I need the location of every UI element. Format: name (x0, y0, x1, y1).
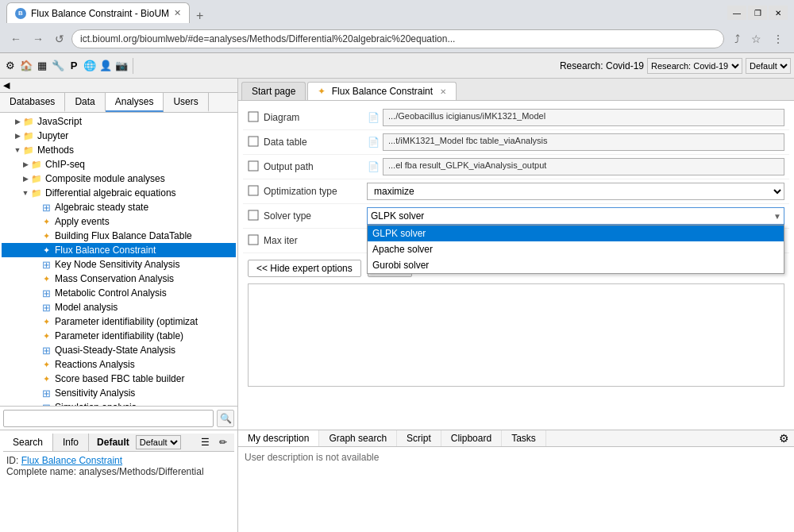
toolbar-icon-person[interactable]: 👤 (98, 59, 113, 73)
tree-label-scorebased: Score based FBC table builder (55, 373, 184, 384)
tree-item-modelanalysis[interactable]: ▶ ⊞ Model analysis (2, 300, 236, 314)
research-select[interactable]: Research: Covid-19 (647, 58, 742, 74)
bottom-section: Search Info Default Default ☰ ✏ ID: Flux… (0, 430, 794, 532)
default-select[interactable]: Default (746, 58, 791, 74)
tab-users[interactable]: Users (164, 93, 208, 112)
br-tab-graphsearch[interactable]: Graph search (319, 430, 397, 446)
tab-flux-balance[interactable]: ✦ Flux Balance Constraint ✕ (307, 82, 457, 100)
tree-item-scorebased[interactable]: ▶ ✦ Score based FBC table builder (2, 372, 236, 386)
tree-spacer-applyevents: ▶ (30, 218, 40, 226)
star-icon-massconserv: ✦ (40, 272, 52, 285)
row-icon-maxiter (248, 234, 260, 247)
form-input-datatable[interactable]: ...t/iMK1321_Model fbc table_viaAnalysis (383, 133, 784, 151)
hide-expert-options-button[interactable]: << Hide expert options (248, 260, 361, 277)
solver-option-gurobi[interactable]: Gurobi solver (368, 257, 784, 273)
address-bar[interactable] (71, 29, 724, 48)
close-button[interactable]: ✕ (769, 6, 788, 20)
left-panel: ◀ Databases Data Analyses Users ▶ 📁 Java… (0, 79, 238, 430)
tree-item-applyevents[interactable]: ▶ ✦ Apply events (2, 214, 236, 229)
right-panel: Start page ✦ Flux Balance Constraint ✕ D… (238, 79, 794, 430)
menu-button[interactable]: ⋮ (769, 31, 788, 47)
tab-flux-balance-label: Flux Balance Constraint (332, 86, 433, 97)
tab-info-button[interactable]: Info (53, 434, 89, 451)
bottom-tab-icons: ☰ ✏ (197, 434, 234, 450)
br-tab-script[interactable]: Script (397, 430, 441, 446)
row-icon-opttype (248, 185, 260, 198)
tree-item-buildingflux[interactable]: ▶ ✦ Building Flux Balance DataTable (2, 229, 236, 243)
tree-item-paramident-opt[interactable]: ▶ ✦ Parameter identifiability (optimizat (2, 314, 236, 329)
tree-toggle-composite[interactable]: ▶ (21, 175, 30, 183)
tree-toggle-chipseq[interactable]: ▶ (21, 160, 30, 168)
br-tab-tasks[interactable]: Tasks (502, 430, 546, 446)
tree-item-composite[interactable]: ▶ 📁 Composite module analyses (2, 172, 236, 186)
tree-item-diffaeq[interactable]: ▼ 📁 Differential algebraic equations (2, 186, 236, 200)
tree-toggle-methods[interactable]: ▼ (13, 146, 22, 154)
tree-item-reactions[interactable]: ▶ ✦ Reactions Analysis (2, 357, 236, 372)
tab-start-page[interactable]: Start page (241, 82, 306, 100)
tree-toggle-jupyter[interactable]: ▶ (13, 132, 22, 140)
tree-item-fluxbalance[interactable]: ▶ ✦ Flux Balance Constraint (2, 243, 236, 257)
tree-item-metabolic[interactable]: ▶ ⊞ Metabolic Control Analysis (2, 286, 236, 300)
form-label-outputpath: Output path (264, 161, 367, 172)
back-button[interactable]: ← (6, 31, 25, 47)
id-link[interactable]: Flux Balance Constraint (21, 455, 122, 466)
tab-data[interactable]: Data (65, 93, 105, 112)
toolbar-icon-camera[interactable]: 📷 (114, 59, 129, 73)
tree-item-sensitivity[interactable]: ▶ ⊞ Sensitivity Analysis (2, 386, 236, 400)
form-input-outputpath[interactable]: ...el fba result_GLPK_viaAnalysis_output (383, 158, 784, 175)
row-icon-datatable (248, 136, 260, 148)
optimization-type-select[interactable]: maximize minimize (367, 183, 784, 200)
tree-toggle-diffaeq[interactable]: ▼ (21, 189, 30, 197)
tree-toggle-javascript[interactable]: ▶ (13, 118, 22, 125)
bookmark-button[interactable]: ☆ (747, 31, 765, 47)
tree-item-algebraic[interactable]: ▶ ⊞ Algebraic steady state (2, 200, 236, 214)
default-dropdown[interactable]: Default (136, 435, 181, 449)
tree-item-paramident-tab[interactable]: ▶ ✦ Parameter identifiability (table) (2, 329, 236, 343)
tree-search-button[interactable]: 🔍 (217, 410, 234, 427)
tree-item-simulation[interactable]: ▶ ⊞ Simulation analysis (2, 400, 236, 406)
br-tab-mydescription[interactable]: My description (238, 430, 319, 446)
tree-item-keynode[interactable]: ▶ ⊞ Key Node Sensitivity Analysis (2, 257, 236, 272)
tab-close-flux[interactable]: ✕ (440, 87, 446, 96)
toolbar-icon-tools[interactable]: 🔧 (51, 59, 65, 73)
toolbar-icon-globe[interactable]: 🌐 (83, 59, 97, 73)
tab-analyses[interactable]: Analyses (106, 93, 164, 112)
reload-button[interactable]: ↺ (51, 31, 68, 47)
tree-item-methods[interactable]: ▼ 📁 Methods (2, 143, 236, 157)
solver-option-apache[interactable]: Apache solver (368, 241, 784, 257)
tab-close-button[interactable]: ✕ (174, 8, 181, 18)
maximize-button[interactable]: ❐ (748, 6, 767, 20)
active-tab[interactable]: B Flux Balance Constraint - BioUM ✕ (6, 2, 190, 23)
tree-item-quasisteady[interactable]: ▶ ⊞ Quasi-Steady-State Analysis (2, 343, 236, 357)
tree-item-massconserv[interactable]: ▶ ✦ Mass Conservation Analysis (2, 272, 236, 286)
tree-spacer-algebraic: ▶ (30, 203, 40, 211)
toolbar-icon-home[interactable]: 🏠 (19, 59, 33, 73)
tree-area[interactable]: ▶ 📁 JavaScript ▶ 📁 Jupyter ▼ 📁 Methods (0, 113, 237, 406)
solver-dropdown-container[interactable]: GLPK solver ▼ GLPK solver Apache solver … (367, 207, 784, 225)
bottom-icon-list[interactable]: ☰ (197, 434, 214, 450)
minimize-button[interactable]: — (727, 6, 746, 20)
settings-icon-button[interactable]: ⚙ (774, 430, 794, 446)
forward-button[interactable]: → (29, 31, 48, 47)
tab-search-button[interactable]: Search (3, 434, 53, 451)
tree-search-input[interactable] (3, 410, 214, 427)
solver-option-glpk[interactable]: GLPK solver (368, 226, 784, 241)
bottom-icon-edit[interactable]: ✏ (215, 434, 231, 450)
tree-label-diffaeq: Differential algebraic equations (45, 187, 176, 199)
tree-label-massconserv: Mass Conservation Analysis (55, 273, 174, 284)
file-icon-sensitivity: ⊞ (40, 387, 52, 399)
tree-item-javascript[interactable]: ▶ 📁 JavaScript (2, 114, 236, 129)
tree-item-jupyter[interactable]: ▶ 📁 Jupyter (2, 129, 236, 143)
form-input-diagram[interactable]: .../Geobacillus icigianus/iMK1321_Model (383, 109, 784, 126)
new-tab-button[interactable]: + (191, 9, 208, 23)
collapse-left-button[interactable]: ◀ (3, 80, 10, 91)
default-label: Default (92, 435, 134, 449)
tree-item-chipseq[interactable]: ▶ 📁 ChIP-seq (2, 157, 236, 172)
share-button[interactable]: ⤴ (730, 31, 744, 47)
tab-databases[interactable]: Databases (0, 93, 65, 112)
br-tab-clipboard[interactable]: Clipboard (441, 430, 502, 446)
toolbar-icon-grid[interactable]: ▦ (35, 59, 49, 73)
tree-label-quasisteady: Quasi-Steady-State Analysis (55, 345, 175, 356)
solver-dropdown-field[interactable]: GLPK solver ▼ (367, 207, 784, 225)
toolbar-icon-p[interactable]: P (67, 59, 81, 73)
